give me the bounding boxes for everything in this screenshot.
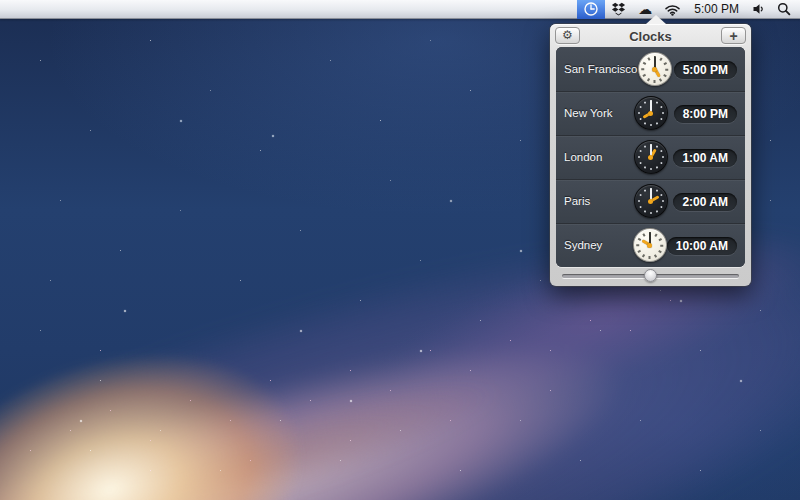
- time-pill-wrap: 1:00 AM: [673, 148, 737, 167]
- add-clock-button[interactable]: +: [721, 27, 746, 44]
- time-pill-wrap: 2:00 AM: [673, 192, 737, 211]
- dropbox-icon: [611, 2, 626, 16]
- time-pill: 2:00 AM: [673, 193, 737, 211]
- menubar-time-label[interactable]: 5:00 PM: [687, 0, 746, 19]
- analog-clock: [634, 96, 668, 130]
- city-label: San Francisco: [564, 63, 638, 75]
- spotlight-menu-item[interactable]: [771, 0, 797, 19]
- clock-row[interactable]: London 1:00 AM: [556, 135, 745, 179]
- wifi-icon: [664, 3, 681, 16]
- volume-menu-item[interactable]: [746, 0, 771, 19]
- analog-clock: [633, 228, 667, 262]
- clock-row[interactable]: Paris 2:00 AM: [556, 179, 745, 223]
- clock-center-cap: [648, 199, 653, 204]
- spotlight-icon: [777, 2, 791, 16]
- clock-icon: [583, 1, 599, 17]
- screen: ☁ 5:00 PM: [0, 0, 800, 500]
- clocks-popover: ⚙ Clocks + San Francisco 5:00 PM New Yor…: [550, 24, 751, 286]
- time-pill: 5:00 PM: [674, 61, 737, 79]
- clock-size-slider[interactable]: [562, 274, 739, 278]
- clock-center-cap: [652, 67, 657, 72]
- clock-menu-item[interactable]: [577, 0, 605, 19]
- clock-center-cap: [647, 243, 652, 248]
- analog-clock: [638, 52, 672, 86]
- time-pill: 1:00 AM: [673, 149, 737, 167]
- time-pill-wrap: 10:00 AM: [667, 236, 737, 255]
- popover-arrow: [646, 15, 666, 24]
- time-pill: 8:00 PM: [674, 105, 737, 123]
- time-pill: 10:00 AM: [667, 237, 737, 255]
- clock-center-cap: [648, 111, 653, 116]
- analog-clock: [634, 184, 668, 218]
- time-pill-wrap: 5:00 PM: [674, 60, 737, 79]
- city-label: London: [564, 151, 602, 163]
- time-pill-wrap: 8:00 PM: [674, 104, 737, 123]
- popover-header: ⚙ Clocks +: [550, 24, 751, 47]
- clock-row[interactable]: Sydney 10:00 AM: [556, 223, 745, 267]
- city-label: New York: [564, 107, 613, 119]
- analog-clock: [634, 140, 668, 174]
- clock-row[interactable]: San Francisco 5:00 PM: [556, 47, 745, 91]
- volume-icon: [752, 3, 765, 15]
- popover-footer: [550, 267, 751, 286]
- clock-center-cap: [648, 155, 653, 160]
- plus-icon: +: [722, 29, 745, 43]
- menu-bar: ☁ 5:00 PM: [0, 0, 800, 19]
- clock-row[interactable]: New York 8:00 PM: [556, 91, 745, 135]
- dropbox-menu-item[interactable]: [605, 0, 632, 19]
- city-label: Paris: [564, 195, 590, 207]
- slider-thumb[interactable]: [644, 269, 657, 282]
- city-label: Sydney: [564, 239, 602, 251]
- clock-list: San Francisco 5:00 PM New York 8:00 PM L…: [556, 47, 745, 267]
